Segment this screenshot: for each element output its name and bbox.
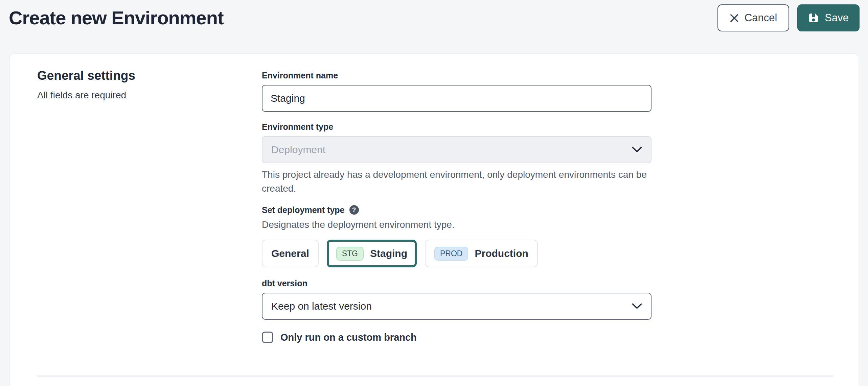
environment-name-input[interactable] bbox=[262, 85, 652, 112]
chevron-down-icon bbox=[632, 147, 642, 153]
header-actions: Cancel Save bbox=[717, 4, 860, 31]
environment-name-label: Environment name bbox=[262, 71, 652, 80]
custom-branch-label: Only run on a custom branch bbox=[280, 332, 417, 343]
help-icon[interactable]: ? bbox=[349, 205, 359, 215]
dbt-version-select[interactable]: Keep on latest version bbox=[262, 293, 652, 320]
custom-branch-checkbox[interactable] bbox=[262, 332, 273, 343]
option-production-label: Production bbox=[475, 248, 528, 259]
custom-branch-row[interactable]: Only run on a custom branch bbox=[262, 332, 652, 343]
environment-type-select: Deployment bbox=[262, 136, 652, 163]
section-title: General settings bbox=[37, 69, 135, 83]
save-button[interactable]: Save bbox=[797, 4, 860, 31]
page-title: Create new Environment bbox=[9, 7, 224, 29]
deployment-type-option-production[interactable]: PROD Production bbox=[425, 240, 538, 267]
close-icon bbox=[730, 14, 739, 23]
dbt-version-label: dbt version bbox=[262, 279, 652, 288]
deployment-type-options: General STG Staging PROD Production bbox=[262, 240, 652, 267]
cancel-button[interactable]: Cancel bbox=[717, 4, 790, 31]
general-settings-card: General settings All fields are required… bbox=[9, 53, 859, 386]
deployment-type-option-general[interactable]: General bbox=[262, 240, 319, 267]
prod-badge: PROD bbox=[434, 247, 468, 261]
stg-badge: STG bbox=[336, 247, 364, 261]
deployment-type-description: Designates the deployment environment ty… bbox=[262, 219, 652, 230]
deployment-type-label: Set deployment type bbox=[262, 205, 345, 215]
chevron-down-icon bbox=[632, 303, 642, 309]
environment-type-label: Environment type bbox=[262, 122, 652, 131]
environment-type-helper: This project already has a development e… bbox=[262, 168, 654, 195]
deployment-type-option-staging[interactable]: STG Staging bbox=[327, 240, 417, 267]
page-header: Create new Environment Cancel bbox=[0, 0, 868, 41]
environment-type-value: Deployment bbox=[271, 144, 325, 155]
save-label: Save bbox=[825, 12, 849, 24]
environment-form: Environment name Environment type Deploy… bbox=[262, 71, 652, 343]
save-icon bbox=[808, 13, 819, 23]
section-heading-block: General settings All fields are required bbox=[37, 69, 135, 101]
section-divider bbox=[37, 376, 833, 377]
section-subtitle: All fields are required bbox=[37, 90, 135, 101]
option-general-label: General bbox=[271, 248, 309, 259]
cancel-label: Cancel bbox=[745, 12, 777, 24]
dbt-version-value: Keep on latest version bbox=[271, 300, 372, 312]
option-staging-label: Staging bbox=[370, 248, 407, 259]
create-environment-page: Create new Environment Cancel bbox=[0, 0, 868, 386]
deployment-type-label-row: Set deployment type ? bbox=[262, 205, 652, 215]
